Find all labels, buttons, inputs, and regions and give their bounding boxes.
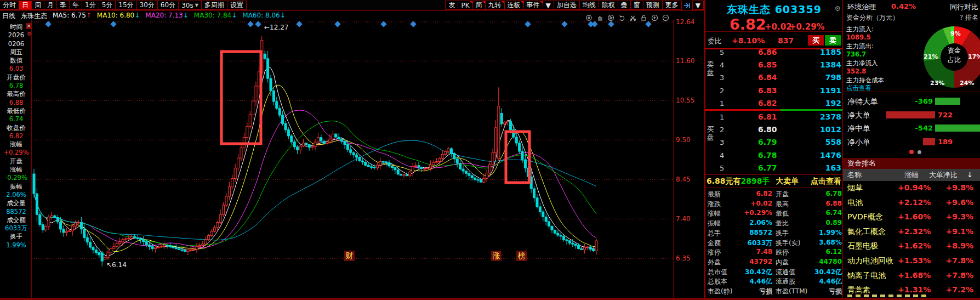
rank-stock-name[interactable]: PVDF概念 [847, 212, 883, 222]
toolbar-button[interactable]: 5分 [99, 1, 116, 10]
alert-link[interactable]: 点击查看 [811, 175, 841, 188]
rank-stock-name[interactable]: 钠离子电池 [847, 271, 886, 281]
order-volume[interactable]: 2378 [788, 112, 841, 121]
toolbar-button[interactable]: 除权 [599, 1, 618, 10]
rank-stock-name[interactable]: 石墨电极 [847, 241, 878, 251]
toolbar-button[interactable]: 分时 [0, 1, 19, 10]
order-volume[interactable]: 1012 [788, 125, 841, 134]
order-volume[interactable]: 1476 [788, 151, 841, 160]
toolbar-button[interactable]: 30分 [136, 1, 158, 10]
toolbar-button[interactable]: 叠 [618, 1, 631, 10]
toolbar-button[interactable]: 更多 [662, 1, 682, 10]
rank-link[interactable]: ? 排名 [960, 13, 978, 22]
toolbar-button[interactable]: 季 [56, 1, 70, 10]
carousel-dot-active[interactable] [909, 150, 914, 154]
toolbar-button[interactable]: 30s▼ [178, 1, 202, 10]
order-price[interactable]: 6.86 [758, 48, 777, 56]
toolbar-button[interactable]: 加自选 [554, 1, 580, 10]
toolbar-button[interactable]: 15分 [115, 1, 136, 10]
rank-change: +2.12% [898, 198, 924, 207]
zoom-out-icon[interactable] [662, 14, 669, 23]
col-net-ratio[interactable]: 大单净比 [929, 169, 958, 181]
close-icon[interactable]: × [26, 23, 32, 29]
order-volume[interactable]: 558 [788, 138, 841, 146]
eye-icon[interactable] [585, 14, 592, 23]
toolbar-button[interactable]: 1分 [82, 1, 99, 10]
gear-icon[interactable]: ⚙ [834, 4, 841, 13]
rank-stock-name[interactable]: 烟草 [847, 183, 863, 193]
order-volume[interactable]: 1384 [788, 60, 841, 69]
order-level[interactable]: 1 [720, 113, 724, 121]
toolbar-button[interactable]: PK [458, 1, 472, 10]
order-price[interactable]: 6.79 [758, 138, 777, 146]
toolbar-button[interactable]: ▼ [692, 1, 704, 10]
stock-title[interactable]: 东珠生态 603359 [705, 3, 843, 17]
toolbar-button[interactable]: 事件 [523, 1, 543, 10]
info-row: 周五 [1, 48, 31, 56]
rank-stock-name[interactable]: 动力电池回收 [847, 256, 893, 266]
toolbar-button[interactable]: 月 [44, 1, 57, 10]
order-level[interactable]: 5 [720, 48, 724, 56]
toolbar-button[interactable]: 窗 [630, 1, 643, 10]
toolbar-button[interactable]: 均线 [579, 1, 599, 10]
order-level[interactable]: 3 [720, 138, 724, 146]
net-order-label: 净小单 [847, 138, 870, 148]
rank-stock-name[interactable]: 电池 [847, 198, 863, 208]
rank-stock-name[interactable]: 氟化工概念 [847, 227, 886, 237]
carousel-dot[interactable] [918, 150, 921, 154]
col-change[interactable]: 涨幅 [904, 169, 919, 181]
toolbar-button[interactable]: 发 [445, 1, 458, 10]
order-volume[interactable]: 1185 [788, 48, 841, 56]
toolbar-button[interactable]: 简 [472, 1, 486, 10]
lock-icon[interactable] [640, 14, 647, 23]
buy-button[interactable]: 买 [808, 35, 824, 46]
order-price[interactable]: 6.84 [758, 73, 777, 82]
toolbar-button[interactable]: 多周期 [201, 1, 227, 10]
cost-link[interactable]: 点击查看 [846, 84, 871, 92]
toolbar-button[interactable]: ▼ [543, 1, 554, 10]
order-level[interactable]: 5 [720, 164, 724, 172]
stat-label: 涨停 [708, 248, 721, 257]
stat-value: 3.68% [797, 239, 842, 246]
order-level[interactable]: 2 [720, 126, 724, 134]
order-price[interactable]: 6.78 [758, 151, 777, 160]
jump-arrow-icon[interactable] [682, 1, 693, 10]
stat-value: 2.06% [728, 219, 772, 227]
toolbar-button[interactable]: 预测 [643, 1, 663, 10]
toolbar-button[interactable]: 日 [19, 1, 32, 10]
rank-stock-name[interactable]: 青蒿素 [847, 285, 870, 295]
industry-link[interactable]: 环境治理 [847, 2, 876, 12]
zoom-in-icon[interactable] [651, 14, 658, 23]
order-level[interactable]: 4 [720, 61, 724, 69]
order-price[interactable]: 6.80 [758, 125, 777, 134]
order-volume[interactable]: 1191 [788, 86, 841, 95]
scissors-icon[interactable] [629, 14, 636, 23]
sort-arrow-icon[interactable]: ↓ [967, 169, 973, 181]
play-icon[interactable] [607, 14, 614, 23]
order-level[interactable]: 4 [720, 151, 724, 160]
toolbar-button[interactable]: 60分 [157, 1, 179, 10]
order-price[interactable]: 6.81 [758, 112, 777, 121]
order-price[interactable]: 6.77 [758, 163, 777, 172]
order-level[interactable]: 1 [720, 99, 724, 107]
toolbar-button[interactable]: 连板 [504, 1, 524, 10]
order-price[interactable]: 6.85 [758, 60, 777, 69]
order-volume[interactable]: 798 [788, 73, 841, 82]
undo-icon[interactable] [618, 14, 625, 23]
order-price[interactable]: 6.82 [758, 99, 777, 107]
order-volume[interactable]: 192 [788, 99, 841, 107]
order-level[interactable]: 2 [720, 87, 724, 95]
sell-button[interactable]: 卖 [825, 35, 841, 46]
big-order-alert[interactable]: 6.88元有2898手 大卖单 点击查看 [705, 174, 843, 188]
toolbar-button[interactable]: 年 [69, 1, 82, 10]
order-level[interactable]: 3 [720, 73, 724, 82]
order-price[interactable]: 6.83 [758, 86, 777, 95]
toolbar-button[interactable]: 九转 [485, 1, 505, 10]
col-name[interactable]: 名称 [847, 169, 862, 181]
toolbar-button[interactable]: 周 [31, 1, 44, 10]
order-volume[interactable]: 163 [788, 163, 841, 172]
toolbar-button[interactable]: 设置 [227, 1, 247, 10]
peer-compare-link[interactable]: 同行对比 [950, 2, 978, 12]
gear-icon[interactable]: ⚙ [27, 31, 32, 37]
hand-icon[interactable] [596, 14, 603, 23]
